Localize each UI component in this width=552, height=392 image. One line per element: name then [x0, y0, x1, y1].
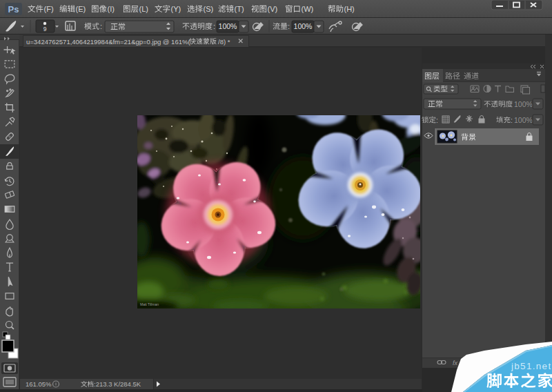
svg-text::: : [288, 22, 290, 30]
svg-text:(H): (H) [344, 5, 355, 13]
svg-text::: : [100, 22, 102, 30]
svg-text:100%: 100% [219, 22, 237, 30]
svg-text:(W): (W) [302, 5, 314, 13]
svg-text:u=3424762571,4064219984&fm=21&: u=3424762571,4064219984&fm=21&gp=0.jpg @… [26, 38, 190, 46]
svg-text::: : [213, 22, 215, 30]
svg-text:(T): (T) [235, 5, 244, 13]
svg-text:/8) *: /8) * [218, 38, 230, 46]
svg-text:(I): (I) [108, 5, 115, 13]
svg-text:(E): (E) [76, 5, 86, 13]
svg-text:161.05%: 161.05% [26, 380, 52, 388]
svg-text:(S): (S) [204, 5, 214, 13]
svg-text:(Y): (Y) [171, 5, 181, 13]
svg-text:100%: 100% [294, 22, 313, 30]
svg-text:9: 9 [43, 26, 47, 32]
svg-text:(V): (V) [268, 5, 278, 13]
svg-text:jb51.net: jb51.net [511, 361, 551, 371]
svg-text:Ps: Ps [8, 4, 19, 14]
svg-text:Matt Tillman: Matt Tillman [140, 302, 159, 306]
svg-text:(L): (L) [139, 5, 148, 13]
svg-text::213.3 K/284.5K: :213.3 K/284.5K [94, 380, 141, 388]
svg-text:(F): (F) [44, 5, 54, 13]
